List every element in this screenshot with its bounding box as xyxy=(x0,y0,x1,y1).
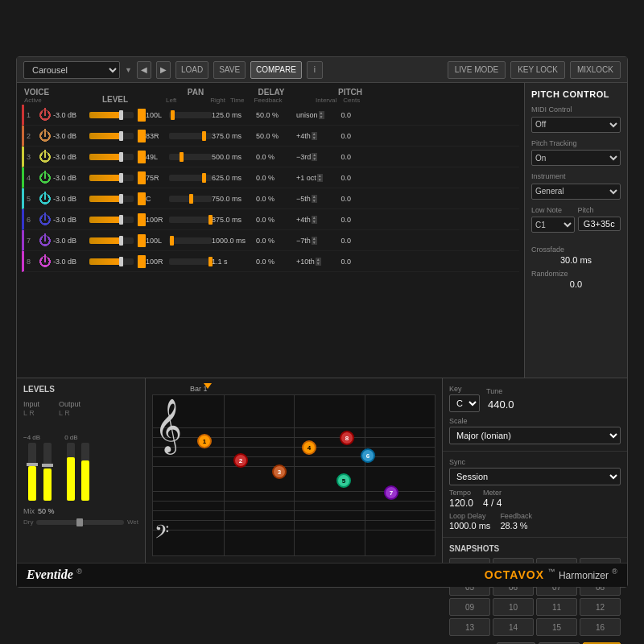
top-bar: Carousel ▼ ◀ ▶ LOAD SAVE COMPARE i LIVE … xyxy=(17,57,627,83)
sync-label: Sync xyxy=(449,458,621,466)
mix-lock-button[interactable]: MIXLOCK xyxy=(570,61,621,79)
loop-delay-value: 1000.0 ms xyxy=(449,521,490,530)
harmonizer-text: Harmonizer xyxy=(559,571,609,582)
pan-right-header: Right xyxy=(210,97,225,104)
input-fader-l[interactable] xyxy=(28,443,36,501)
key-col: Key C xyxy=(449,385,480,412)
dry-wet-row: Dry Wet xyxy=(23,518,138,526)
voice-power-1[interactable]: ⏻ xyxy=(39,109,50,120)
snap-btn-14[interactable]: 14 xyxy=(493,618,534,636)
voice-fader-1[interactable] xyxy=(89,112,134,118)
mix-thumb[interactable] xyxy=(76,518,83,526)
power-icon-1[interactable]: ⏻ xyxy=(39,109,50,120)
pitch-tracking-label: Pitch Tracking xyxy=(531,139,621,147)
tempo-label: Tempo xyxy=(449,489,473,497)
save-button[interactable]: SAVE xyxy=(213,61,246,79)
spin-1[interactable]: ▲ ▼ xyxy=(319,111,324,119)
load-button[interactable]: LOAD xyxy=(175,61,208,79)
snap-btn-12[interactable]: 12 xyxy=(580,598,621,616)
snap-btn-13[interactable]: 13 xyxy=(449,618,490,636)
instrument-label: Instrument xyxy=(531,172,621,180)
main-area: VOICE Active LEVEL PAN Left Right DELAY xyxy=(17,83,627,378)
pan-col-header: PAN xyxy=(163,88,229,97)
piano-roll-inner: 𝄞 𝄢 1 2 3 4 5 6 7 8 xyxy=(152,394,436,556)
wet-label: Wet xyxy=(127,518,138,526)
note-dot-3[interactable]: 3 xyxy=(272,464,287,479)
table-row: 2 ⏻ -3.0 dB 83R xyxy=(22,126,519,147)
feedback-value: 28.3 % xyxy=(500,521,532,530)
table-row: 7 ⏻ -3.0 dB 100L xyxy=(22,230,519,251)
power-icon-3[interactable]: ⏻ xyxy=(39,151,50,162)
input-group: Input L R xyxy=(23,400,39,417)
note-dot-7[interactable]: 7 xyxy=(384,485,398,500)
key-lock-button[interactable]: KEY LOCK xyxy=(510,61,565,79)
snap-btn-09[interactable]: 09 xyxy=(449,598,490,616)
feedback-group: Feedback 28.3 % xyxy=(500,512,532,530)
key-select[interactable]: C xyxy=(449,394,480,412)
trademark-icon: ® xyxy=(76,568,82,576)
snap-btn-15[interactable]: 15 xyxy=(536,618,577,636)
note-dot-6[interactable]: 6 xyxy=(361,448,375,463)
spin-down-1[interactable]: ▼ xyxy=(319,115,324,119)
sync-select[interactable]: Session xyxy=(449,468,621,485)
dry-label: Dry xyxy=(23,518,33,526)
info-button[interactable]: i xyxy=(307,61,323,79)
compare-button[interactable]: COMPARE xyxy=(250,61,302,79)
note-dot-8[interactable]: 8 xyxy=(340,431,354,445)
level-thumb-2[interactable] xyxy=(138,130,146,142)
snap-btn-16[interactable]: 16 xyxy=(580,618,621,636)
pan-slider-1[interactable] xyxy=(169,112,212,118)
level-thumb-1[interactable] xyxy=(138,109,146,122)
voice-pan-1: 100L xyxy=(146,111,212,119)
pitch-interval-header: Interval xyxy=(316,97,336,104)
octavox-trademark-icon: ™ xyxy=(547,568,555,576)
nav-left-btn[interactable]: ◀ xyxy=(137,61,151,79)
pitch-cents-header: Cents xyxy=(343,97,360,104)
table-row: 3 ⏻ -3.0 dB 49L xyxy=(22,147,519,167)
voice-fader-2[interactable] xyxy=(89,133,134,139)
snapshots-title: SNAPSHOTS xyxy=(449,544,621,553)
low-note-select[interactable]: C1 xyxy=(531,217,575,233)
midi-control-select[interactable]: Off xyxy=(531,117,621,133)
snap-btn-10[interactable]: 10 xyxy=(493,598,534,616)
tune-label: Tune xyxy=(486,387,516,395)
table-row: 8 ⏻ -3.0 dB 100R xyxy=(22,251,519,272)
note-dot-4[interactable]: 4 xyxy=(302,440,316,455)
delay-feedback-header: Feedback xyxy=(254,97,282,104)
right-bottom-panel: Key C Tune 440.0 Scale Major (Ionian) xyxy=(442,378,627,563)
output-bar-l xyxy=(67,443,75,501)
bottom-area: LEVELS Input L R Output L R −4 dB xyxy=(17,378,627,563)
crossfade-label: Crossfade xyxy=(531,246,621,254)
output-meter-l: 0 dB xyxy=(64,434,77,501)
pitch-interval-1: unison ▲ ▼ xyxy=(296,111,327,119)
low-note-label: Low Note xyxy=(531,206,575,214)
input-fader-r[interactable] xyxy=(43,443,52,501)
loop-delay-label: Loop Delay xyxy=(449,512,490,520)
tune-col: Tune 440.0 xyxy=(486,387,516,412)
note-dot-5[interactable]: 5 xyxy=(336,473,351,488)
nav-right-btn[interactable]: ▶ xyxy=(156,61,171,79)
mix-slider[interactable] xyxy=(36,520,123,525)
power-icon-2[interactable]: ⏻ xyxy=(39,130,50,141)
key-label: Key xyxy=(449,385,480,393)
bar-marker-icon xyxy=(204,383,212,389)
preset-select[interactable]: Carousel xyxy=(23,61,120,79)
tempo-group: Tempo 120.0 xyxy=(449,489,473,509)
delay-time-1: 125.0 ms xyxy=(212,111,254,119)
live-mode-button[interactable]: LIVE MODE xyxy=(448,61,506,79)
pitch-label: Pitch xyxy=(578,206,621,214)
randomize-value: 0.0 xyxy=(531,279,621,289)
randomize-label: Randomize xyxy=(531,270,621,278)
levels-title: LEVELS xyxy=(23,385,138,394)
note-dot-2[interactable]: 2 xyxy=(233,453,248,468)
instrument-select[interactable]: General xyxy=(531,184,621,200)
pan-thumb-1[interactable] xyxy=(171,110,175,120)
input-meter-l: −4 dB xyxy=(23,434,40,501)
scale-select[interactable]: Major (Ionian) xyxy=(449,427,621,444)
note-dot-1[interactable]: 1 xyxy=(197,434,212,448)
snap-btn-11[interactable]: 11 xyxy=(536,598,577,616)
pan-label-1: 100L xyxy=(146,111,167,119)
pitch-control-panel: PITCH CONTROL MIDI Control Off Pitch Tra… xyxy=(524,83,627,378)
pitch-tracking-select[interactable]: On xyxy=(531,150,621,166)
delay-feedback-1: 50.0 % xyxy=(256,111,283,119)
